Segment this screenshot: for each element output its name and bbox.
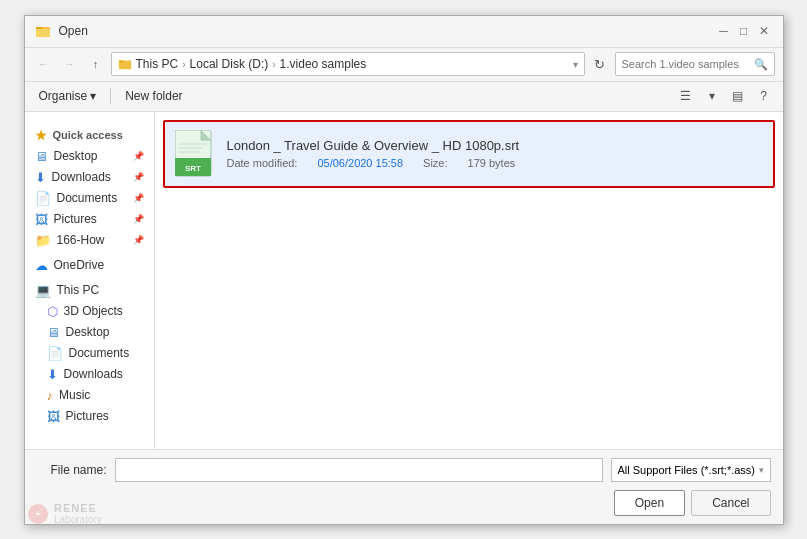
path-arrow-1: › — [182, 59, 185, 70]
size-label: Size: — [423, 157, 447, 169]
sidebar-item-desktop[interactable]: 🖥 Desktop 📌 — [25, 146, 154, 167]
this-pc-icon: 💻 — [35, 283, 51, 298]
view-details-button[interactable]: ☰ — [675, 85, 697, 107]
cancel-button[interactable]: Cancel — [691, 490, 770, 516]
downloads2-icon: ⬇ — [47, 367, 58, 382]
bottom-bar: File name: All Support Files (*.srt;*.as… — [25, 449, 783, 524]
sidebar-item-downloads2[interactable]: ⬇ Downloads — [25, 364, 154, 385]
desktop2-icon: 🖥 — [47, 325, 60, 340]
desktop-icon: 🖥 — [35, 149, 48, 164]
file-name: London _ Travel Guide & Overview _ HD 10… — [227, 138, 763, 153]
sidebar-item-3d-objects[interactable]: ⬡ 3D Objects — [25, 301, 154, 322]
path-local-disk: Local Disk (D:) — [190, 57, 269, 71]
address-path[interactable]: This PC › Local Disk (D:) › 1.video samp… — [111, 52, 585, 76]
path-folder: 1.video samples — [280, 57, 367, 71]
sidebar: ★ Quick access 🖥 Desktop 📌 ⬇ Downloads 📌… — [25, 112, 155, 449]
dialog-icon — [35, 23, 51, 39]
sidebar-item-downloads[interactable]: ⬇ Downloads 📌 — [25, 167, 154, 188]
view-preview-button[interactable]: ▤ — [727, 85, 749, 107]
title-bar: Open ─ □ ✕ — [25, 16, 783, 48]
title-controls: ─ □ ✕ — [715, 22, 773, 40]
path-arrow-2: › — [272, 59, 275, 70]
sidebar-item-onedrive[interactable]: ☁ OneDrive — [25, 255, 154, 276]
music-icon: ♪ — [47, 388, 54, 403]
toolbar-right: ☰ ▾ ▤ ? — [675, 85, 775, 107]
this-pc-section: 💻 This PC ⬡ 3D Objects 🖥 Desktop 📄 Docum… — [25, 280, 154, 427]
filename-row: File name: All Support Files (*.srt;*.as… — [37, 458, 771, 482]
view-details-icon: ☰ — [680, 89, 691, 103]
forward-button[interactable]: → — [59, 53, 81, 75]
sidebar-item-documents[interactable]: 📄 Documents 📌 — [25, 188, 154, 209]
onedrive-section: ☁ OneDrive — [25, 255, 154, 276]
onedrive-icon: ☁ — [35, 258, 48, 273]
filetype-chevron-icon: ▾ — [759, 465, 764, 475]
pin-icon-desktop: 📌 — [133, 151, 144, 161]
new-folder-button[interactable]: New folder — [119, 87, 188, 105]
svg-rect-2 — [36, 27, 42, 29]
open-dialog: Open ─ □ ✕ ← → ↑ This PC › Local Disk (D… — [24, 15, 784, 525]
refresh-button[interactable]: ↻ — [589, 53, 611, 75]
pin-icon-downloads: 📌 — [133, 172, 144, 182]
main-content: ★ Quick access 🖥 Desktop 📌 ⬇ Downloads 📌… — [25, 112, 783, 449]
filename-input[interactable] — [115, 458, 603, 482]
documents-icon: 📄 — [35, 191, 51, 206]
file-meta: Date modified: 05/06/2020 15:58 Size: 17… — [227, 157, 763, 169]
search-box[interactable]: 🔍 — [615, 52, 775, 76]
path-this-pc: This PC — [136, 57, 179, 71]
close-button[interactable]: ✕ — [755, 22, 773, 40]
sidebar-item-166how[interactable]: 📁 166-How 📌 — [25, 230, 154, 251]
srt-file-icon: SRT — [175, 130, 215, 178]
pictures2-icon: 🖼 — [47, 409, 60, 424]
sidebar-item-this-pc[interactable]: 💻 This PC — [25, 280, 154, 301]
svg-rect-4 — [118, 61, 122, 63]
back-button[interactable]: ← — [33, 53, 55, 75]
svg-text:SRT: SRT — [185, 164, 201, 173]
toolbar: Organise ▾ New folder ☰ ▾ ▤ ? — [25, 82, 783, 112]
3d-objects-icon: ⬡ — [47, 304, 58, 319]
maximize-button[interactable]: □ — [735, 22, 753, 40]
svg-rect-1 — [36, 29, 50, 37]
pin-icon-166: 📌 — [133, 235, 144, 245]
toolbar-separator — [110, 88, 111, 104]
path-chevron: ▾ — [573, 59, 578, 70]
filename-label: File name: — [37, 463, 107, 477]
size-value: 179 bytes — [468, 157, 516, 169]
pin-icon-documents: 📌 — [133, 193, 144, 203]
up-button[interactable]: ↑ — [85, 53, 107, 75]
filetype-select[interactable]: All Support Files (*.srt;*.ass) ▾ — [611, 458, 771, 482]
sidebar-item-pictures2[interactable]: 🖼 Pictures — [25, 406, 154, 427]
quick-access-header: ★ Quick access — [25, 120, 154, 146]
pin-icon-pictures: 📌 — [133, 214, 144, 224]
sidebar-item-pictures[interactable]: 🖼 Pictures 📌 — [25, 209, 154, 230]
file-area: SRT London _ Travel Guide & Overview _ H… — [155, 112, 783, 449]
sidebar-item-music[interactable]: ♪ Music — [25, 385, 154, 406]
quick-access-star-icon: ★ — [35, 128, 47, 143]
organise-button[interactable]: Organise ▾ — [33, 87, 103, 105]
pictures-icon: 🖼 — [35, 212, 48, 227]
help-button[interactable]: ? — [753, 85, 775, 107]
file-info: London _ Travel Guide & Overview _ HD 10… — [227, 138, 763, 169]
sidebar-item-documents2[interactable]: 📄 Documents — [25, 343, 154, 364]
date-label: Date modified: — [227, 157, 298, 169]
view-preview-icon: ▤ — [732, 89, 743, 103]
folder-166-icon: 📁 — [35, 233, 51, 248]
documents2-icon: 📄 — [47, 346, 63, 361]
search-icon: 🔍 — [754, 58, 768, 71]
file-item-srt[interactable]: SRT London _ Travel Guide & Overview _ H… — [163, 120, 775, 188]
address-bar: ← → ↑ This PC › Local Disk (D:) › 1.vide… — [25, 48, 783, 82]
dialog-title: Open — [59, 24, 88, 38]
minimize-button[interactable]: ─ — [715, 22, 733, 40]
view-dropdown-icon: ▾ — [709, 89, 715, 103]
downloads-icon: ⬇ — [35, 170, 46, 185]
quick-access-section: ★ Quick access 🖥 Desktop 📌 ⬇ Downloads 📌… — [25, 120, 154, 251]
open-button[interactable]: Open — [614, 490, 685, 516]
path-folder-icon — [118, 57, 132, 71]
date-value: 05/06/2020 15:58 — [317, 157, 403, 169]
sidebar-item-desktop2[interactable]: 🖥 Desktop — [25, 322, 154, 343]
title-bar-left: Open — [35, 23, 88, 39]
buttons-row: Open Cancel — [37, 490, 771, 516]
search-input[interactable] — [622, 58, 754, 70]
view-dropdown-button[interactable]: ▾ — [701, 85, 723, 107]
